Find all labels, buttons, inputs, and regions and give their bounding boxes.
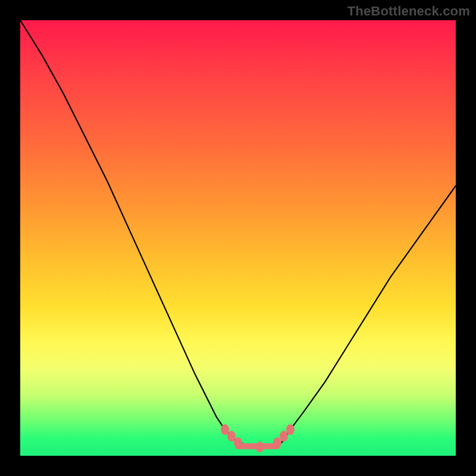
valley-marker bbox=[273, 437, 281, 448]
valley-marker bbox=[227, 431, 236, 441]
valley-markers bbox=[221, 424, 295, 452]
watermark-text: TheBottleneck.com bbox=[347, 4, 470, 19]
valley-marker bbox=[286, 424, 295, 435]
valley-marker bbox=[256, 441, 264, 452]
curve-line bbox=[20, 20, 456, 447]
valley-marker bbox=[234, 437, 242, 448]
chart-frame: TheBottleneck.com bbox=[0, 0, 476, 476]
valley-marker bbox=[221, 424, 229, 435]
bottleneck-curve bbox=[20, 20, 456, 456]
plot-area bbox=[20, 20, 456, 456]
valley-marker bbox=[280, 431, 288, 441]
